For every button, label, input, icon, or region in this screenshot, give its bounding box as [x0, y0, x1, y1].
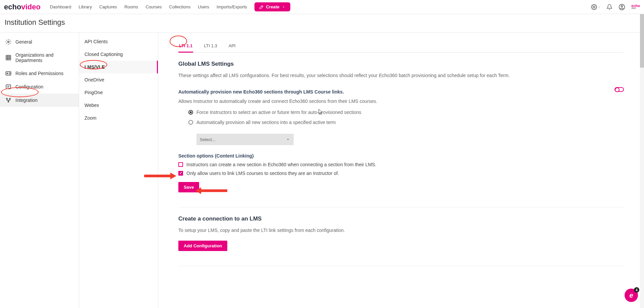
- section-options-heading: Section options (Content Linking): [178, 153, 624, 159]
- add-configuration-button[interactable]: Add Configuration: [178, 241, 227, 251]
- check-only-instructor[interactable]: Only allow users to link LMS courses to …: [178, 171, 624, 176]
- chevron-down-icon: [282, 5, 286, 9]
- chevron-down-icon: [286, 137, 290, 142]
- building-icon: [5, 55, 11, 61]
- radio-icon: [188, 110, 193, 115]
- select-placeholder: Select...: [200, 137, 216, 142]
- subnav-pingone[interactable]: PingOne: [79, 86, 158, 99]
- check-create-section[interactable]: Instructors can create a new section in …: [178, 162, 624, 167]
- mini-logo[interactable]: echo 360: [631, 4, 640, 9]
- subnav-onedrive[interactable]: OneDrive: [79, 73, 158, 86]
- page-title: Institution Settings: [0, 14, 644, 33]
- brand-suffix: video: [21, 3, 40, 11]
- radio-icon: [188, 120, 193, 125]
- top-right-controls: echo 360: [591, 4, 640, 10]
- leftnav-roles[interactable]: Roles and Permissions: [0, 67, 79, 80]
- check-label: Only allow users to link LMS courses to …: [186, 171, 339, 176]
- checkbox-icon: [178, 162, 183, 167]
- nav-rooms[interactable]: Rooms: [124, 4, 138, 9]
- svg-point-9: [9, 98, 10, 99]
- id-card-icon: [5, 70, 11, 76]
- leftnav-label: Organizations and Departments: [15, 52, 73, 63]
- global-lms-heading: Global LMS Settings: [178, 61, 624, 67]
- svg-point-6: [7, 73, 8, 74]
- leftnav-label: Configuration: [15, 84, 43, 89]
- leftnav-label: Roles and Permissions: [15, 71, 63, 76]
- tab-lti13[interactable]: LTI 1.3: [203, 39, 218, 52]
- create-connection-desc: To setup your LMS, copy and paste the LT…: [178, 227, 624, 234]
- leftnav-integration[interactable]: Integration: [0, 94, 79, 107]
- brand-prefix: echo: [4, 3, 21, 11]
- leftnav-general[interactable]: General: [0, 35, 79, 49]
- integration-sub-nav: API Clients Closed Captioning LMS/VLE On…: [79, 33, 158, 308]
- divider: [178, 266, 624, 266]
- checkbox-icon: [178, 171, 183, 176]
- radio-force-term[interactable]: Force Instructors to select an active or…: [188, 110, 604, 115]
- svg-point-2: [621, 5, 623, 7]
- gear-icon: [5, 39, 11, 45]
- divider: [178, 207, 624, 207]
- nav-collections[interactable]: Collections: [169, 4, 191, 9]
- settings-gear-icon[interactable]: [591, 4, 600, 10]
- bell-icon[interactable]: [606, 4, 612, 10]
- main-content: LTI 1.1 LTI 1.3 API Global LMS Settings …: [158, 33, 644, 308]
- lms-tabs: LTI 1.1 LTI 1.3 API: [178, 39, 624, 53]
- auto-provision-heading: Automatically provision new Echo360 sect…: [178, 89, 604, 95]
- leftnav-orgs[interactable]: Organizations and Departments: [0, 49, 79, 67]
- wand-icon: [259, 5, 264, 9]
- nav-dashboard[interactable]: Dashboard: [50, 4, 71, 9]
- subnav-webex[interactable]: Webex: [79, 99, 158, 112]
- settings-left-nav: General Organizations and Departments Ro…: [0, 33, 79, 308]
- nav-users[interactable]: Users: [198, 4, 209, 9]
- leftnav-configuration[interactable]: Configuration: [0, 80, 79, 94]
- subnav-closed-captioning[interactable]: Closed Captioning: [79, 48, 158, 61]
- svg-rect-4: [6, 55, 11, 60]
- top-bar: echovideo Dashboard Library Captures Roo…: [0, 0, 644, 14]
- help-count: 4: [634, 287, 639, 293]
- svg-rect-7: [6, 85, 11, 89]
- scrollbar-thumb[interactable]: [640, 14, 644, 68]
- sliders-icon: [5, 84, 11, 90]
- check-label: Instructors can create a new section in …: [186, 162, 376, 167]
- svg-point-10: [8, 101, 9, 102]
- auto-provision-desc: Allows Instructor to automatically creat…: [178, 98, 604, 105]
- subnav-lms-vle[interactable]: LMS/VLE: [79, 61, 158, 73]
- svg-point-0: [593, 6, 595, 8]
- nav-courses[interactable]: Courses: [145, 4, 162, 9]
- global-lms-desc: These settings affect all LMS configurat…: [178, 72, 624, 79]
- svg-point-8: [6, 98, 7, 99]
- term-select[interactable]: Select...: [196, 134, 294, 145]
- integration-icon: [5, 97, 11, 103]
- tab-api[interactable]: API: [228, 39, 236, 52]
- create-button[interactable]: Create: [254, 2, 290, 11]
- subnav-api-clients[interactable]: API Clients: [79, 35, 158, 48]
- nav-captures[interactable]: Captures: [99, 4, 117, 9]
- subnav-zoom[interactable]: Zoom: [79, 112, 158, 124]
- create-connection-heading: Create a connection to an LMS: [178, 215, 624, 222]
- tab-lti11[interactable]: LTI 1.1: [178, 39, 193, 52]
- radio-specified-term[interactable]: Automatically provision all new sections…: [188, 120, 604, 125]
- leftnav-label: General: [15, 39, 32, 45]
- svg-point-3: [8, 41, 9, 43]
- brand-logo[interactable]: echovideo: [4, 3, 41, 11]
- main-nav: Dashboard Library Captures Rooms Courses…: [50, 4, 247, 9]
- radio-label: Automatically provision all new sections…: [196, 120, 336, 125]
- nav-imports-exports[interactable]: Imports/Exports: [217, 4, 247, 9]
- save-button[interactable]: Save: [178, 182, 199, 192]
- auto-provision-toggle[interactable]: [614, 87, 624, 92]
- create-label: Create: [266, 4, 279, 9]
- help-badge[interactable]: e 4: [625, 289, 638, 302]
- account-icon[interactable]: [619, 4, 625, 10]
- radio-label: Force Instructors to select an active or…: [196, 110, 361, 115]
- leftnav-label: Integration: [15, 98, 38, 103]
- nav-library[interactable]: Library: [78, 4, 92, 9]
